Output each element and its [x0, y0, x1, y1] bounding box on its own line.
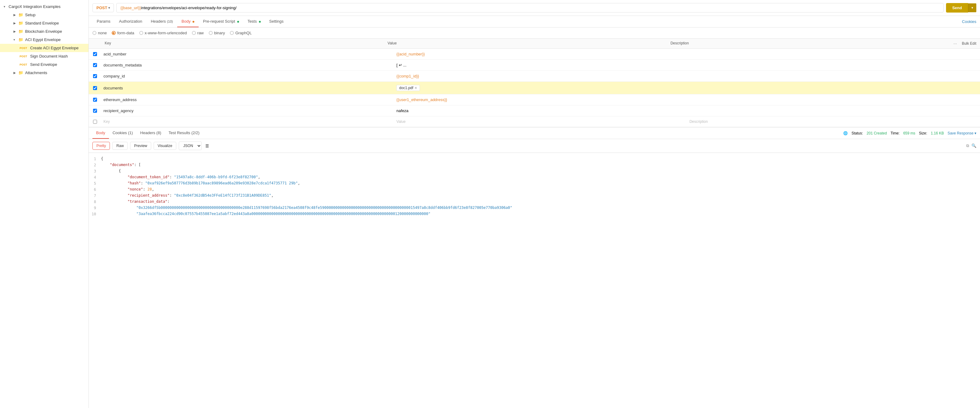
- param-value[interactable]: doc1.pdf ✕: [394, 82, 687, 94]
- send-button[interactable]: Send: [946, 3, 968, 13]
- language-select[interactable]: JSON XML HTML: [179, 142, 202, 150]
- sidebar-item-sign-doc-hash-label: Sign Document Hash: [30, 54, 85, 59]
- folder-icon: 📁: [18, 37, 23, 42]
- bulk-edit-button[interactable]: Bulk Edit: [962, 41, 976, 46]
- sidebar-item-blockchain-envelope[interactable]: ▶ 📁 Blockchain Envelope: [0, 27, 88, 35]
- code-line: 5 "hash": "0xaf926ef9a507776d3b89b170aac…: [89, 181, 980, 187]
- sidebar-item-setup[interactable]: ▶ 📁 Setup: [0, 11, 88, 19]
- row-checkbox[interactable]: [89, 106, 101, 116]
- param-desc[interactable]: [687, 85, 980, 91]
- cookies-link[interactable]: Cookies: [962, 19, 976, 24]
- param-desc[interactable]: [687, 73, 980, 79]
- tab-tests[interactable]: Tests: [243, 16, 265, 27]
- param-value[interactable]: {{comp1_id}}: [394, 71, 687, 81]
- send-dropdown-button[interactable]: ▾: [968, 3, 976, 12]
- response-tab-headers[interactable]: Headers (8): [137, 128, 165, 139]
- response-tabs-bar: Body Cookies (1) Headers (8) Test Result…: [89, 128, 980, 139]
- radio-urlencoded[interactable]: x-www-form-urlencoded: [139, 30, 187, 35]
- sidebar-root[interactable]: ▾ CargoX Integration Examples: [0, 2, 88, 11]
- param-desc[interactable]: [687, 62, 980, 68]
- folder-icon: 📁: [18, 29, 23, 34]
- response-tab-test-results[interactable]: Test Results (2/2): [165, 128, 203, 139]
- method-select[interactable]: POST ▾: [92, 3, 114, 12]
- code-line: 6 "nonce": 28,: [89, 187, 980, 193]
- sidebar-item-attachments[interactable]: ▶ 📁 Attachments: [0, 69, 88, 77]
- code-line: 2 "documents": [: [89, 163, 980, 169]
- param-desc[interactable]: [687, 51, 980, 57]
- pretty-button[interactable]: Pretty: [92, 142, 110, 150]
- post-badge: POST: [18, 63, 29, 67]
- sidebar-item-aci-egypt[interactable]: ▾ 📁 ACI Egypt Envelope: [0, 35, 88, 44]
- tab-pre-request[interactable]: Pre-request Script: [199, 16, 243, 27]
- chevron-down-icon: ▾: [108, 6, 110, 10]
- param-key[interactable]: documents_metadata: [101, 60, 394, 70]
- main-panel: POST ▾ {{base_url}}integrations/envelope…: [89, 0, 980, 408]
- filter-icon[interactable]: ☰: [205, 143, 209, 148]
- tab-headers[interactable]: Headers (10): [146, 16, 177, 27]
- url-bar: POST ▾ {{base_url}}integrations/envelope…: [89, 0, 980, 16]
- table-row: documents_metadata [ ↵ ...: [89, 60, 980, 71]
- method-label: POST: [96, 5, 107, 10]
- params-table-header: Key Value Description ··· Bulk Edit: [89, 38, 980, 49]
- sidebar-item-send-envelope-label: Send Envelope: [30, 62, 85, 67]
- chevron-right-icon: ▶: [13, 30, 18, 33]
- visualize-button[interactable]: Visualize: [154, 142, 176, 150]
- radio-none[interactable]: none: [92, 30, 107, 35]
- tab-params[interactable]: Params: [92, 16, 115, 27]
- table-row: documents doc1.pdf ✕: [89, 82, 980, 94]
- row-checkbox[interactable]: [89, 71, 101, 81]
- param-value[interactable]: {{acid_number}}: [394, 49, 687, 59]
- param-key[interactable]: company_id: [101, 71, 394, 81]
- param-value-empty[interactable]: Value: [394, 116, 687, 127]
- more-icon[interactable]: ···: [953, 41, 957, 46]
- send-button-group: Send ▾: [946, 3, 976, 13]
- row-checkbox[interactable]: [89, 83, 101, 93]
- param-key[interactable]: ethereum_address: [101, 94, 394, 105]
- radio-raw[interactable]: raw: [192, 30, 204, 35]
- param-value[interactable]: nafeza: [394, 105, 687, 116]
- row-checkbox[interactable]: [89, 49, 101, 59]
- sidebar-item-send-envelope[interactable]: POST Send Envelope: [0, 61, 88, 69]
- col-header-actions: ··· Bulk Edit: [953, 41, 976, 46]
- table-row: acid_number {{acid_number}}: [89, 49, 980, 60]
- param-key[interactable]: documents: [101, 83, 394, 93]
- param-desc[interactable]: [687, 97, 980, 103]
- radio-graphql[interactable]: GraphQL: [230, 30, 251, 35]
- param-value[interactable]: {{user1_ethereum_address}}: [394, 94, 687, 105]
- radio-binary[interactable]: binary: [209, 30, 225, 35]
- row-checkbox[interactable]: [89, 60, 101, 70]
- param-desc[interactable]: [687, 108, 980, 114]
- sidebar-item-sign-doc-hash[interactable]: POST Sign Document Hash: [0, 52, 88, 61]
- url-input[interactable]: {{base_url}}integrations/envelopes/aci-e…: [116, 3, 943, 13]
- globe-icon: 🌐: [843, 131, 848, 135]
- radio-form-data[interactable]: form-data: [112, 30, 134, 35]
- param-desc-empty[interactable]: Description: [687, 116, 980, 127]
- code-line: 8 "transaction_data":: [89, 199, 980, 206]
- tab-authorization[interactable]: Authorization: [115, 16, 146, 27]
- tab-settings[interactable]: Settings: [265, 16, 288, 27]
- chevron-down-icon: ▾: [4, 5, 9, 8]
- raw-button[interactable]: Raw: [112, 142, 127, 150]
- tab-body[interactable]: Body: [177, 16, 199, 27]
- param-value[interactable]: [ ↵ ...: [394, 60, 687, 70]
- base-url-var: {{base_url}}: [120, 5, 141, 10]
- folder-icon: 📁: [18, 13, 23, 17]
- search-icon[interactable]: 🔍: [971, 143, 976, 148]
- param-key-empty[interactable]: Key: [101, 116, 394, 127]
- response-tab-cookies[interactable]: Cookies (1): [109, 128, 137, 139]
- copy-icon[interactable]: ⧉: [966, 143, 969, 148]
- response-tab-body[interactable]: Body: [92, 128, 109, 139]
- save-response-button[interactable]: Save Response ▾: [948, 131, 976, 135]
- code-line: 1 {: [89, 156, 980, 163]
- sidebar-item-create-aci[interactable]: POST Create ACI Egypt Envelope: [0, 44, 88, 52]
- sidebar-item-standard-envelope-label: Standard Envelope: [25, 21, 85, 26]
- row-checkbox[interactable]: [89, 117, 101, 127]
- param-key[interactable]: recipient_agency: [101, 105, 394, 116]
- remove-file-icon[interactable]: ✕: [414, 86, 417, 90]
- row-checkbox[interactable]: [89, 95, 101, 105]
- sidebar-item-setup-label: Setup: [25, 13, 85, 17]
- sidebar-item-standard-envelope[interactable]: ▶ 📁 Standard Envelope: [0, 19, 88, 27]
- param-key[interactable]: acid_number: [101, 49, 394, 59]
- post-badge: POST: [18, 46, 29, 50]
- preview-button[interactable]: Preview: [130, 142, 151, 150]
